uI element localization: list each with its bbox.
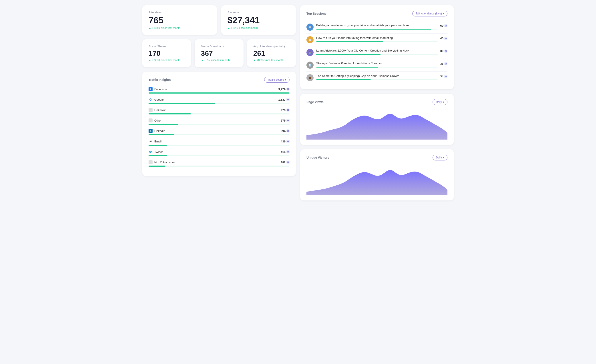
session-info: Learn Aristotle's 2,000+ Year Old Conten… xyxy=(316,49,438,55)
traffic-source-name: 🐦 Twitter xyxy=(149,150,163,154)
traffic-bar-bg xyxy=(149,145,290,146)
page-views-dropdown-label: Daily xyxy=(436,101,442,103)
session-count-icon: ⊞ xyxy=(444,62,447,65)
traffic-bar-bg xyxy=(149,103,290,104)
unique-visitors-dropdown[interactable]: Daily ▾ xyxy=(432,155,447,160)
session-item: 📊 Strategic Business Planning for Ambiti… xyxy=(306,59,447,72)
session-avatar: 📚 xyxy=(306,49,313,56)
top-sessions-title: Top Sessions xyxy=(306,12,327,15)
session-count: 34 ⊞ xyxy=(440,75,447,78)
page-views-card: Page Views Daily ▾ xyxy=(300,94,454,145)
session-bar-bg xyxy=(316,79,438,80)
traffic-source-name: □ http://oivac.com xyxy=(149,160,175,164)
session-bar xyxy=(316,67,378,68)
talk-attendance-dropdown-label: Talk Attendance (Live) xyxy=(416,12,442,15)
session-count: 40 ⊞ xyxy=(440,37,447,40)
traffic-source-icon: □ xyxy=(149,160,153,164)
session-info: The Secret to Getting a (bleeping) Grip … xyxy=(316,74,438,80)
traffic-row: □ Unknown 979 ⊞ xyxy=(149,108,290,112)
traffic-bar-bg xyxy=(149,92,290,94)
traffic-bar xyxy=(149,145,167,146)
traffic-bar xyxy=(149,124,178,125)
session-bar xyxy=(316,41,383,42)
traffic-header: Traffic Insights Traffic Source ▾ xyxy=(149,77,290,83)
session-bar xyxy=(316,29,432,29)
attendees-change: +198% since last month xyxy=(149,26,211,29)
attendees-value: 765 xyxy=(149,16,211,25)
media-downloads-change: +0% since last month xyxy=(201,59,237,62)
traffic-value: 594 ⊞ xyxy=(281,129,290,133)
traffic-list: f Facebook 3,279 ⊞ G Google 1,537 xyxy=(149,87,290,167)
traffic-row: □ Other 675 ⊞ xyxy=(149,118,290,123)
traffic-source-dropdown[interactable]: Traffic Source ▾ xyxy=(264,77,290,83)
talk-attendance-dropdown[interactable]: Talk Attendance (Live) ▾ xyxy=(412,11,447,16)
traffic-row: □ http://oivac.com 382 ⊞ xyxy=(149,160,290,164)
session-count-icon: ⊞ xyxy=(444,50,447,53)
traffic-source-name: □ Other xyxy=(149,118,162,123)
traffic-source-name: f Facebook xyxy=(149,87,167,91)
traffic-bar-bg xyxy=(149,134,290,135)
traffic-item: in LinkedIn 594 ⊞ xyxy=(149,129,290,135)
traffic-source-dropdown-label: Traffic Source xyxy=(268,78,284,81)
traffic-value: 3,279 ⊞ xyxy=(278,87,290,91)
page-views-dropdown[interactable]: Daily ▾ xyxy=(432,99,447,105)
traffic-count-icon: ⊞ xyxy=(286,109,290,112)
page-views-title: Page Views xyxy=(306,100,324,104)
traffic-bar xyxy=(149,92,290,94)
traffic-source-icon: in xyxy=(149,129,153,133)
traffic-source-icon: □ xyxy=(149,108,153,112)
session-bar-bg xyxy=(316,54,438,55)
traffic-source-name: in LinkedIn xyxy=(149,129,165,133)
traffic-item: □ http://oivac.com 382 ⊞ xyxy=(149,160,290,167)
traffic-source-label: Other xyxy=(154,119,162,122)
traffic-source-label: Email xyxy=(154,140,162,143)
traffic-bar-bg xyxy=(149,166,290,167)
page-views-chevron: ▾ xyxy=(443,101,444,103)
traffic-count-icon: ⊞ xyxy=(286,98,290,101)
traffic-source-name: □ Unknown xyxy=(149,108,166,112)
session-count-icon: ⊞ xyxy=(444,37,447,40)
traffic-source-label: http://oivac.com xyxy=(154,161,175,164)
unique-visitors-dropdown-label: Daily xyxy=(436,156,442,159)
traffic-count-icon: ⊞ xyxy=(286,150,290,153)
unique-visitors-header: Unique Visitors Daily ▾ xyxy=(306,155,447,160)
session-count-icon: ⊞ xyxy=(444,24,447,27)
social-shares-value: 170 xyxy=(149,50,185,57)
session-info: How to turn your leads into raving fans … xyxy=(316,36,438,42)
session-title: The Secret to Getting a (bleeping) Grip … xyxy=(316,74,438,78)
revenue-change: +16% since last month xyxy=(228,26,290,29)
traffic-source-label: Google xyxy=(154,98,164,101)
session-count: 69 ⊞ xyxy=(440,24,447,27)
traffic-value: 675 ⊞ xyxy=(281,119,290,122)
traffic-count-icon: ⊞ xyxy=(286,161,290,164)
session-count: 39 ⊞ xyxy=(440,49,447,53)
session-bar-bg xyxy=(316,41,438,42)
traffic-dropdown-chevron: ▾ xyxy=(285,78,286,81)
traffic-count-icon: ⊞ xyxy=(286,119,290,122)
traffic-bar xyxy=(149,155,167,156)
social-shares-label: Social Shares xyxy=(149,45,185,48)
traffic-source-icon: G xyxy=(149,98,153,102)
session-avatar: 📰 xyxy=(306,23,313,31)
traffic-item: □ Unknown 979 ⊞ xyxy=(149,108,290,114)
traffic-value: 436 ⊞ xyxy=(281,140,290,143)
session-item: 📚 Learn Aristotle's 2,000+ Year Old Cont… xyxy=(306,46,447,59)
traffic-item: G Google 1,537 ⊞ xyxy=(149,98,290,104)
unique-visitors-title: Unique Visitors xyxy=(306,156,329,159)
media-downloads-value: 367 xyxy=(201,50,237,57)
revenue-value: $27,341 xyxy=(228,16,290,25)
session-count-icon: ⊞ xyxy=(444,75,447,78)
traffic-row: f Facebook 3,279 ⊞ xyxy=(149,87,290,91)
session-avatar: 💼 xyxy=(306,74,313,81)
traffic-source-icon: f xyxy=(149,87,153,91)
traffic-row: 🐦 Twitter 415 ⊞ xyxy=(149,150,290,154)
session-count: 38 ⊞ xyxy=(440,62,447,65)
attendees-card: Attendees 765 +198% since last month xyxy=(142,5,217,35)
traffic-bar xyxy=(149,103,215,104)
traffic-source-icon: □ xyxy=(149,118,153,123)
avg-attendees-value: 261 xyxy=(253,50,290,57)
session-bar-bg xyxy=(316,67,438,68)
traffic-source-label: LinkedIn xyxy=(154,129,165,133)
traffic-count-icon: ⊞ xyxy=(286,140,290,143)
session-item: 📧 How to turn your leads into raving fan… xyxy=(306,34,447,46)
